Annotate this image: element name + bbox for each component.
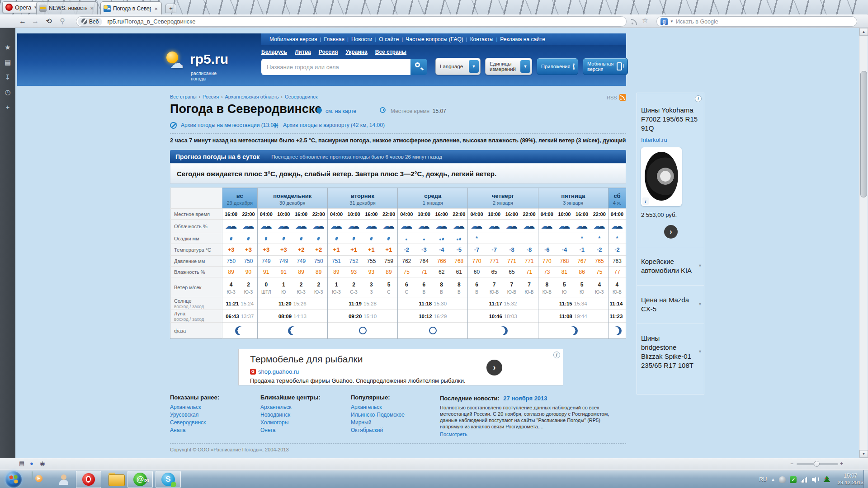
url-field[interactable]: Веб rp5.ru/Погода_в_Северодвинске xyxy=(76,16,627,27)
vertical-scrollbar[interactable]: ▲ ▼ xyxy=(859,28,868,458)
day-header[interactable]: сб4 я. xyxy=(608,188,626,209)
mobile-version-button[interactable]: Мобильная версия xyxy=(583,58,628,75)
downloads-panel-icon[interactable]: ↧ xyxy=(0,70,15,84)
language-indicator[interactable]: RU xyxy=(759,476,767,483)
taskbar-mail-agent-button[interactable]: @ xyxy=(127,471,153,488)
chevron-down-icon[interactable]: ▼ xyxy=(469,60,479,73)
top-menu-item[interactable]: Главная xyxy=(324,36,344,42)
panel-toggle-icon[interactable]: ▤ xyxy=(19,460,24,467)
top-menu-item[interactable]: Новости xyxy=(351,36,372,42)
sidebar-ad-item[interactable]: Корейские автомобили KIA▼ xyxy=(637,247,704,285)
arrow-right-icon[interactable]: › xyxy=(486,360,502,375)
taskbar-opera-button[interactable] xyxy=(76,471,101,488)
apps-button[interactable]: Приложения i xyxy=(537,58,578,75)
footer-link[interactable]: Новодвинск xyxy=(260,411,351,419)
scroll-up-icon[interactable]: ▲ xyxy=(859,28,868,36)
breadcrumb-link[interactable]: Северодвинск xyxy=(285,94,318,99)
site-search-input[interactable] xyxy=(267,64,405,70)
taskbar-skype-button[interactable]: S xyxy=(156,471,181,488)
rss-icon[interactable] xyxy=(619,94,626,101)
forward-button[interactable]: → xyxy=(30,16,41,26)
news-date-link[interactable]: 27 ноября 2013 xyxy=(503,395,547,402)
taskbar-media-player-icon[interactable] xyxy=(32,471,33,480)
zoom-slider[interactable] xyxy=(797,463,838,465)
bookmark-star-icon[interactable]: ☆ xyxy=(642,16,648,24)
zoom-out-icon[interactable]: − xyxy=(790,460,793,467)
day-header[interactable]: вс29 декабря xyxy=(222,188,258,209)
security-badge[interactable]: Веб xyxy=(78,18,102,26)
sidebar-ad-item[interactable]: Цена на Mazda CX-5▼ xyxy=(637,285,704,324)
taskbar-clock[interactable]: 15:07 29.12.2013 xyxy=(837,473,863,486)
back-button[interactable]: ← xyxy=(17,16,28,26)
arrow-right-icon[interactable]: › xyxy=(664,225,678,239)
tab-close-icon[interactable]: × xyxy=(153,5,159,12)
info-icon[interactable]: i xyxy=(642,197,649,205)
sync-status-icon[interactable]: ● xyxy=(30,460,33,467)
tray-app-icon[interactable] xyxy=(823,476,830,483)
rp5-logo-icon[interactable]: ☁ xyxy=(165,51,189,69)
footer-link[interactable]: Онега xyxy=(260,427,351,434)
banner-ad[interactable]: i Термобелье для рыбалки G shop.guahoo.r… xyxy=(238,349,563,385)
volume-icon[interactable] xyxy=(812,476,819,483)
scrollbar-thumb[interactable] xyxy=(860,71,867,197)
breadcrumb-link[interactable]: Архангельская область xyxy=(225,94,279,99)
chevron-down-icon[interactable]: ▼ xyxy=(670,19,674,23)
tire-image[interactable]: i xyxy=(641,147,682,206)
notes-panel-icon[interactable]: ▤ xyxy=(0,55,15,70)
turbo-icon[interactable]: ◉ xyxy=(40,460,45,467)
zoom-in-icon[interactable]: + xyxy=(840,460,843,467)
site-logo[interactable]: rp5.ru xyxy=(190,52,228,67)
bookmarks-panel-icon[interactable]: ★ xyxy=(0,40,15,55)
zoom-slider-thumb[interactable] xyxy=(814,461,820,467)
rss-icon[interactable] xyxy=(631,19,637,25)
top-menu-item[interactable]: О сайте xyxy=(379,36,399,42)
top-menu-item[interactable]: Частые вопросы (FAQ) xyxy=(406,36,463,42)
news-more-link[interactable]: Посмотреть xyxy=(440,432,467,437)
tray-antivirus-icon[interactable]: ✓ xyxy=(790,476,797,483)
airport-archive-link[interactable]: Архив погоды в аэропорту (42 км, 14:00) xyxy=(283,122,385,128)
top-menu-item[interactable]: Контакты xyxy=(470,36,494,42)
map-link[interactable]: см. на карте xyxy=(326,108,356,114)
rss-block[interactable]: RSS xyxy=(607,94,626,101)
key-icon[interactable]: ⚲ xyxy=(57,16,68,26)
top-menu-item[interactable]: Реклама на сайте xyxy=(500,36,545,42)
footer-link[interactable]: Холмогоры xyxy=(260,419,351,427)
footer-link[interactable]: Северодвинск xyxy=(170,419,260,427)
site-search-button[interactable] xyxy=(410,59,427,75)
country-link[interactable]: Россия xyxy=(319,49,338,55)
network-signal-icon[interactable] xyxy=(801,477,808,483)
day-header[interactable]: среда1 января xyxy=(398,188,468,209)
footer-link[interactable]: Анапа xyxy=(170,427,260,434)
day-header[interactable]: пятница3 января xyxy=(538,188,608,209)
site-search-field[interactable] xyxy=(261,59,410,75)
breadcrumb-link[interactable]: Россия xyxy=(203,94,219,99)
footer-link[interactable]: Мирный xyxy=(351,419,441,427)
top-menu-item[interactable]: Мобильная версия xyxy=(269,36,317,42)
info-icon[interactable]: i xyxy=(695,95,702,102)
web-search-input[interactable] xyxy=(676,19,853,25)
footer-link[interactable]: Урусовская xyxy=(170,411,260,419)
tray-mouse-icon[interactable] xyxy=(779,476,786,483)
start-button[interactable] xyxy=(5,471,22,488)
station-archive-link[interactable]: Архив погоды на метеостанции (13:00) xyxy=(181,122,278,128)
reload-button[interactable]: ⟲ xyxy=(43,16,54,26)
footer-link[interactable]: Ильинско-Подомское xyxy=(351,411,441,419)
scroll-down-icon[interactable]: ▼ xyxy=(859,450,868,458)
footer-link[interactable]: Архангельск xyxy=(170,404,260,411)
tab-close-icon[interactable]: × xyxy=(89,5,94,12)
history-panel-icon[interactable]: ◷ xyxy=(0,84,15,99)
show-desktop-button[interactable] xyxy=(863,470,868,488)
country-link[interactable]: Беларусь xyxy=(261,49,287,55)
sidebar-ad-item[interactable]: Шины bridgestone Blizzak Spike-01 235/65… xyxy=(637,324,704,380)
info-icon[interactable]: i xyxy=(553,352,560,358)
sidebar-ad-title[interactable]: Шины Yokohama F700Z 195/65 R15 91Q xyxy=(641,106,701,133)
web-search-field[interactable]: g ▼ xyxy=(656,16,857,27)
add-panel-icon[interactable]: + xyxy=(0,99,15,114)
breadcrumb-link[interactable]: Все страны xyxy=(170,94,197,99)
day-header[interactable]: вторник31 декабря xyxy=(327,188,397,209)
footer-link[interactable]: Архангельск xyxy=(351,404,441,411)
day-header[interactable]: четверг2 января xyxy=(468,188,538,209)
country-link[interactable]: Все страны xyxy=(375,49,406,55)
browser-tab[interactable]: NEWS: новости м...× xyxy=(36,1,98,14)
tray-expand-icon[interactable]: ▲ xyxy=(771,477,775,482)
